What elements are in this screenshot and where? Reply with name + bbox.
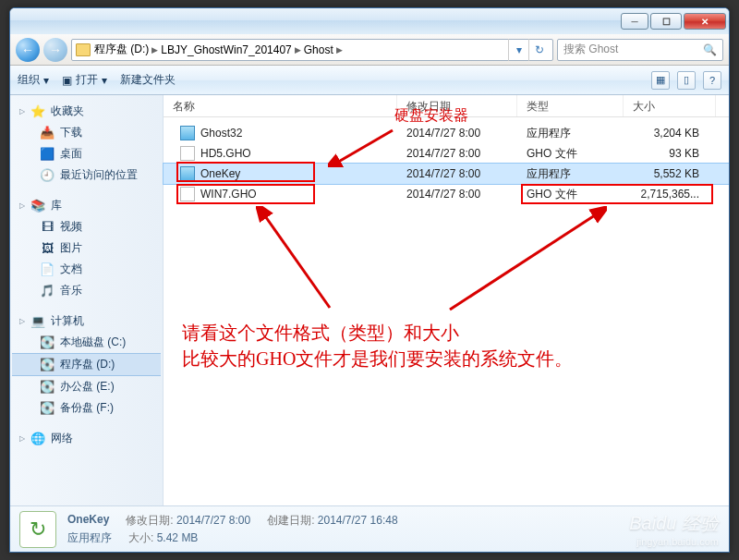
sidebar-pictures[interactable]: 🖼图片 [12, 237, 161, 259]
search-icon: 🔍 [703, 43, 717, 56]
sidebar-downloads[interactable]: 📥下载 [12, 122, 161, 143]
toolbar: 组织 ▾ ▣ 打开 ▾ 新建文件夹 ▦ ▯ ? [10, 66, 729, 95]
sidebar-recent[interactable]: 🕘最近访问的位置 [12, 164, 161, 186]
drive-icon [76, 43, 91, 56]
file-row[interactable]: Ghost32 2014/7/27 8:00应用程序3,204 KB [164, 123, 729, 143]
sidebar-music[interactable]: 🎵音乐 [12, 280, 161, 301]
sidebar-drive-f[interactable]: 💽备份盘 (F:) [12, 397, 161, 419]
file-row[interactable]: HD5.GHO 2014/7/27 8:00GHO 文件93 KB [164, 143, 729, 164]
sidebar: ▷⭐收藏夹 📥下载 🟦桌面 🕘最近访问的位置 ▷📚库 🎞视频 🖼图片 📄文档 🎵… [10, 95, 164, 505]
sidebar-drive-c[interactable]: 💽本地磁盘 (C:) [12, 332, 161, 353]
status-bar: ↻ OneKey 修改日期: 2014/7/27 8:00 创建日期: 2014… [10, 505, 729, 552]
column-headers[interactable]: 名称 修改日期 类型 大小 [164, 95, 729, 117]
titlebar[interactable]: ─ ☐ ✕ [10, 8, 729, 34]
status-type: 应用程序 [67, 530, 112, 546]
sidebar-libraries[interactable]: ▷📚库 [12, 195, 161, 216]
exe-icon [180, 126, 195, 140]
sidebar-favorites[interactable]: ▷⭐收藏夹 [12, 101, 161, 122]
minimize-button[interactable]: ─ [621, 13, 648, 30]
file-list: 名称 修改日期 类型 大小 Ghost32 2014/7/27 8:00应用程序… [164, 95, 729, 505]
address-bar[interactable]: 程序盘 (D:)▶ LBJY_GhostWin7_201407▶ Ghost▶ … [71, 39, 553, 61]
status-filename: OneKey [67, 513, 109, 526]
sidebar-desktop[interactable]: 🟦桌面 [12, 143, 161, 164]
annotation-text: 比较大的GHO文件才是我们要安装的系统文件。 [182, 347, 573, 371]
bc-2[interactable]: LBJY_GhostWin7_201407 [161, 43, 291, 56]
organize-menu[interactable]: 组织 ▾ [18, 72, 49, 88]
explorer-window: ─ ☐ ✕ ← → 程序盘 (D:)▶ LBJY_GhostWin7_20140… [9, 7, 730, 553]
svg-line-2 [450, 213, 598, 310]
col-type[interactable]: 类型 [517, 95, 624, 116]
search-input[interactable]: 搜索 Ghost 🔍 [557, 39, 723, 61]
addr-dropdown[interactable]: ▾ [508, 39, 528, 61]
col-name[interactable]: 名称 [164, 95, 397, 116]
forward-button[interactable]: → [43, 38, 67, 62]
search-placeholder: 搜索 Ghost [563, 42, 618, 57]
sidebar-network[interactable]: ▷🌐网络 [12, 428, 161, 449]
bc-3[interactable]: Ghost [304, 43, 333, 56]
arrow-icon [441, 206, 607, 317]
refresh-button[interactable]: ↻ [528, 39, 549, 61]
arrow-icon [256, 206, 348, 317]
col-date[interactable]: 修改日期 [397, 95, 517, 116]
preview-pane-button[interactable]: ▯ [677, 71, 696, 90]
file-row[interactable]: WIN7.GHO 2014/7/27 8:00GHO 文件2,715,365..… [164, 184, 729, 204]
gho-icon [180, 187, 195, 201]
file-row-selected[interactable]: OneKey 2014/7/27 8:00应用程序5,552 KB [164, 164, 729, 184]
gho-icon [180, 146, 195, 161]
sidebar-computer[interactable]: ▷💻计算机 [12, 310, 161, 332]
annotation-text: 请看这个文件格式（类型）和大小 [182, 321, 459, 346]
bc-1[interactable]: 程序盘 (D:) [94, 42, 149, 57]
open-button[interactable]: ▣ 打开 ▾ [62, 72, 107, 88]
view-button[interactable]: ▦ [651, 71, 670, 90]
svg-line-1 [263, 213, 330, 308]
help-button[interactable]: ? [703, 71, 721, 90]
maximize-button[interactable]: ☐ [650, 13, 682, 30]
sidebar-drive-d[interactable]: 💽程序盘 (D:) [12, 353, 161, 376]
back-button[interactable]: ← [16, 38, 40, 62]
exe-icon [180, 166, 195, 181]
sidebar-documents[interactable]: 📄文档 [12, 259, 161, 280]
close-button[interactable]: ✕ [684, 13, 726, 30]
new-folder-button[interactable]: 新建文件夹 [120, 72, 176, 88]
navbar: ← → 程序盘 (D:)▶ LBJY_GhostWin7_201407▶ Gho… [10, 34, 729, 66]
sidebar-drive-e[interactable]: 💽办公盘 (E:) [12, 376, 161, 397]
file-type-icon: ↻ [19, 511, 56, 548]
col-size[interactable]: 大小 [624, 95, 716, 116]
sidebar-videos[interactable]: 🎞视频 [12, 216, 161, 237]
